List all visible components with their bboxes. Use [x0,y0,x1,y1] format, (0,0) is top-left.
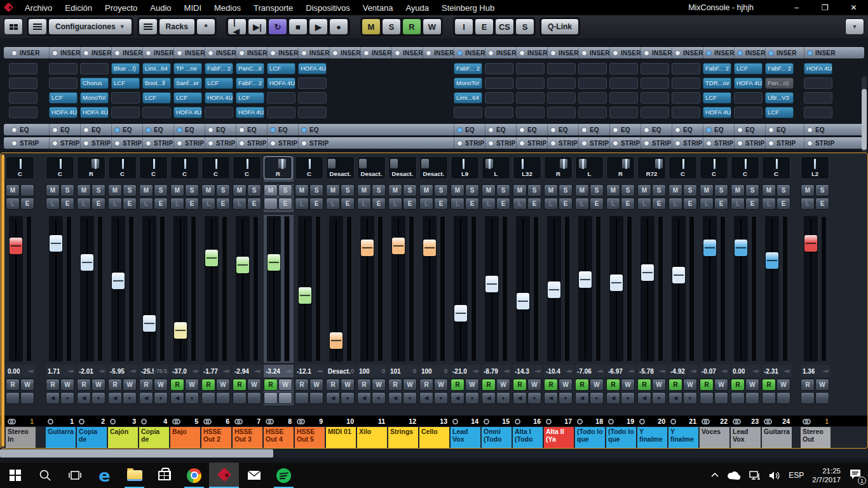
fader-track[interactable] [391,216,405,362]
write-automation-button[interactable]: W [60,379,74,391]
channel-1-inserts-header[interactable]: INSER [9,47,39,58]
tray-expand-icon[interactable] [711,473,719,478]
write-automation-button[interactable]: W [815,379,829,391]
insert-slot[interactable] [672,107,700,118]
listen-button[interactable]: L [388,198,402,210]
monitor-button[interactable]: ◀ [357,392,371,404]
insert-slot[interactable]: FabF... 2 [765,63,794,74]
read-automation-button[interactable]: R [46,379,60,391]
write-automation-button[interactable]: W [278,379,292,391]
channel-6-inserts-header[interactable]: INSER [173,47,203,58]
insert-slot[interactable] [516,92,545,104]
pan-control[interactable]: L32 [513,156,541,179]
read-automation-button[interactable]: R [637,379,651,391]
channel-15-insert-slot-3[interactable]: Limi...64 [454,91,484,104]
fader-handle[interactable] [672,267,685,283]
channel-24-strip-header[interactable]: STRIP [734,137,764,149]
channel-5-strip-header[interactable]: STRIP [142,137,172,149]
channel-3-inserts-header[interactable]: INSER [80,47,110,58]
fader-track[interactable] [547,216,561,362]
solo-button[interactable]: S [434,184,448,196]
qlink-button[interactable]: Q-Link [541,18,579,35]
channel-22-inserts-header[interactable]: INSER [672,47,702,58]
channel-17-strip-header[interactable]: STRIP [516,137,546,149]
channel-21-insert-slot-2[interactable] [641,76,670,89]
listen-button[interactable]: L [419,198,433,210]
channel-7-eq-header[interactable]: EQ [205,124,234,135]
channel-26-insert-slot-4[interactable] [804,105,834,118]
record-enable-button[interactable]: ● [403,392,417,404]
listen-button[interactable]: L [170,198,184,210]
taskbar-cubase-icon[interactable] [209,463,239,488]
channel-name[interactable]: Alta II (Ya [544,427,574,449]
pan-control[interactable]: Desact. [419,156,448,179]
listen-button[interactable]: L [575,198,589,210]
channel-8-insert-slot-3[interactable]: LCF [236,91,266,104]
solo-button[interactable]: S [621,184,635,196]
fader-track[interactable] [142,216,156,362]
insert-slot[interactable]: HOFA 4U [703,107,731,118]
channel-25-eq-header[interactable]: EQ [765,124,795,135]
insert-slot[interactable] [578,63,607,74]
fader-track[interactable] [360,216,374,362]
channel-22-insert-slot-1[interactable] [672,62,702,74]
fader-track[interactable] [804,216,818,362]
write-automation-button[interactable]: W [92,379,105,391]
channel-7-strip-header[interactable]: STRIP [205,137,234,149]
channel-21-eq-header[interactable]: EQ [641,124,670,135]
mute-button[interactable]: M [108,184,122,196]
channel-1-eq-header[interactable]: EQ [9,124,39,135]
listen-button[interactable]: L [46,198,60,210]
monitor-button[interactable] [264,392,278,404]
listen-button[interactable]: L [108,198,122,210]
channel-9-insert-slot-4[interactable] [267,105,297,118]
edit-button[interactable]: E [154,198,168,210]
monitor-button[interactable]: ◀ [388,392,402,404]
channel-name[interactable]: HSSE Out 3 [233,427,262,449]
menu-item-archivo[interactable]: Archivo [18,0,58,15]
edit-button[interactable]: E [496,198,510,210]
minimize-button[interactable]: – [782,0,811,15]
edit-button[interactable]: E [776,198,790,210]
insert-slot[interactable] [142,107,171,118]
monitor-button[interactable]: ◀ [668,392,682,404]
record-enable-button[interactable]: ● [123,392,137,404]
listen-button[interactable]: L [6,198,20,210]
racks-button[interactable]: Racks [159,18,195,35]
solo-button[interactable]: S [465,184,479,196]
write-automation-button[interactable]: W [434,379,448,391]
channel-4-strip-header[interactable]: STRIP [111,137,141,149]
insert-slot[interactable] [641,78,669,89]
channel-1-insert-slot-4[interactable] [9,105,39,118]
insert-slot[interactable]: HOFA 4U [205,92,233,104]
channel-19-insert-slot-2[interactable] [578,76,608,89]
record-enable-button[interactable] [309,392,323,404]
rack-scrollbar[interactable] [862,76,867,152]
channel-22-insert-slot-4[interactable] [672,105,702,118]
menu-item-medios[interactable]: Medios [208,0,247,15]
channel-1-insert-slot-2[interactable] [9,76,39,89]
record-enable-button[interactable] [745,392,759,404]
channel-10-strip-header[interactable]: STRIP [298,137,328,149]
edit-button[interactable]: E [559,198,573,210]
monitor-button[interactable]: ◀ [419,392,433,404]
fader-track[interactable] [516,216,530,362]
channel-19-strip-header[interactable]: STRIP [578,137,608,149]
record-enable-button[interactable]: ● [559,392,573,404]
mute-button[interactable]: M [170,184,184,196]
channel-20-eq-header[interactable]: EQ [609,124,639,135]
close-button[interactable]: ✕ [839,0,868,15]
insert-slot[interactable]: Ultr...V3 [765,92,794,104]
mute-button[interactable]: M [451,184,465,196]
read-automation-button[interactable]: R [731,379,745,391]
pan-control[interactable]: C [108,156,137,179]
write-automation-button[interactable]: W [465,379,479,391]
listen-button[interactable]: L [606,198,620,210]
read-automation-button[interactable]: R [451,379,465,391]
channel-2-volume-value[interactable]: 1.71-∞ [46,365,76,377]
channel-10-insert-slot-3[interactable] [298,91,328,104]
insert-slot[interactable]: LCF [267,63,295,74]
solo-button[interactable]: S [185,184,199,196]
edit-button[interactable]: E [621,198,635,210]
write-automation-button[interactable]: W [776,379,790,391]
